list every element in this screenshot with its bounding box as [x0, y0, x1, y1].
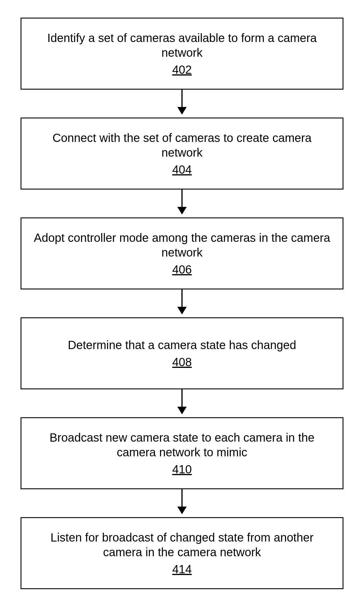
arrow-shaft: [181, 190, 183, 207]
arrow-down-icon: [177, 507, 187, 514]
arrow-down-icon: [177, 307, 187, 314]
flowchart-step-text: Connect with the set of cameras to creat…: [33, 130, 331, 160]
flowchart-arrow: [176, 90, 188, 115]
flowchart-step-number: 414: [172, 562, 192, 577]
flowchart-step-text: Adopt controller mode among the cameras …: [33, 230, 331, 260]
arrow-down-icon: [177, 207, 187, 214]
flowchart-step-number: 410: [172, 462, 192, 477]
flowchart-step: Listen for broadcast of changed state fr…: [21, 517, 343, 589]
flowchart-arrow: [176, 190, 188, 214]
flowchart-arrow: [176, 289, 188, 314]
flowchart-step-number: 404: [172, 162, 192, 177]
flowchart-arrow: [176, 389, 188, 414]
flowchart-step-number: 408: [172, 355, 192, 369]
flowchart-step-text: Listen for broadcast of changed state fr…: [33, 530, 331, 559]
arrow-shaft: [181, 90, 183, 107]
flowchart-step: Adopt controller mode among the cameras …: [21, 217, 343, 289]
flowchart-step-text: Identify a set of cameras available to f…: [33, 31, 331, 60]
arrow-shaft: [181, 389, 183, 407]
flowchart-step-text: Determine that a camera state has change…: [68, 338, 296, 352]
arrow-shaft: [181, 489, 183, 507]
arrow-down-icon: [177, 407, 187, 414]
flowchart-step: Determine that a camera state has change…: [21, 317, 343, 389]
arrow-shaft: [181, 289, 183, 307]
flowchart-step-number: 402: [172, 62, 192, 77]
flowchart-arrow: [176, 489, 188, 514]
flowchart-step: Connect with the set of cameras to creat…: [21, 118, 343, 190]
flowchart-step: Identify a set of cameras available to f…: [21, 18, 343, 90]
flowchart-step-number: 406: [172, 262, 192, 277]
flowchart-step-text: Broadcast new camera state to each camer…: [33, 430, 331, 460]
flowchart-canvas: Identify a set of cameras available to f…: [0, 0, 364, 610]
arrow-down-icon: [177, 107, 187, 115]
flowchart-step: Broadcast new camera state to each camer…: [21, 417, 343, 489]
